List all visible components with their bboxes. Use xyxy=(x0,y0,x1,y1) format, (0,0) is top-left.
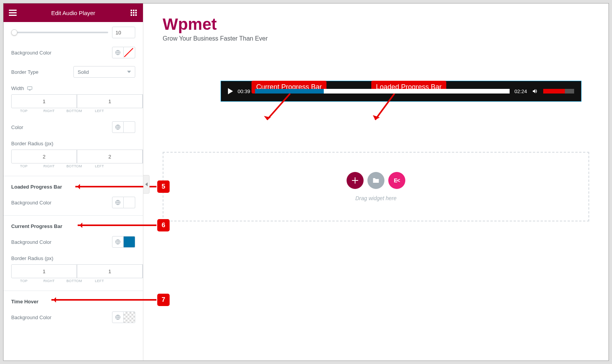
add-widget-button[interactable] xyxy=(347,172,364,189)
cradius-top-input[interactable] xyxy=(11,264,77,278)
border-type-label: Border Type xyxy=(11,69,39,75)
width-right-input[interactable] xyxy=(77,94,143,108)
size-slider[interactable] xyxy=(11,32,108,33)
preview-canvas: Wpmet Grow Your Business Faster Than Eve… xyxy=(143,3,609,361)
bg-color-label: Background Color xyxy=(11,50,51,56)
loaded-bg-row: Background Color xyxy=(3,193,143,212)
divider xyxy=(3,176,143,176)
editor-sidebar: Edit Audio Player Background Color Borde… xyxy=(3,3,143,361)
radius-right-input[interactable] xyxy=(77,150,143,163)
globe-icon[interactable] xyxy=(112,121,124,133)
annotation-badge-7: 7 xyxy=(157,294,170,306)
border-radius-inputs xyxy=(3,148,143,164)
folder-button[interactable] xyxy=(367,172,384,189)
elementskit-button[interactable]: E< xyxy=(388,172,405,189)
time-total: 02:24 xyxy=(514,88,527,94)
sidebar-title: Edit Audio Player xyxy=(51,10,95,16)
progress-track[interactable] xyxy=(255,89,510,94)
time-current: 00:39 xyxy=(238,88,250,94)
brand-tagline: Grow Your Business Faster Than Ever xyxy=(163,35,589,42)
drop-hint-text: Drag widget here xyxy=(171,195,581,201)
app-frame: Edit Audio Player Background Color Borde… xyxy=(3,3,609,361)
current-color-swatch[interactable] xyxy=(124,236,135,248)
sidebar-header: Edit Audio Player xyxy=(3,3,143,22)
collapse-sidebar-button[interactable] xyxy=(143,175,150,194)
divider xyxy=(3,291,143,291)
color-swatch-empty[interactable] xyxy=(124,121,135,133)
volume-fill xyxy=(543,89,565,94)
width-label: Width xyxy=(11,85,24,91)
cradius-bottom-input[interactable] xyxy=(143,264,143,278)
width-bottom-input[interactable] xyxy=(143,94,143,108)
size-input[interactable] xyxy=(112,27,135,38)
color-swatch-none[interactable] xyxy=(124,47,135,58)
brand-title: Wpmet xyxy=(163,15,589,34)
annotation-badge-5: 5 xyxy=(157,180,170,193)
apps-icon[interactable] xyxy=(129,8,138,17)
width-top-input[interactable] xyxy=(11,94,77,108)
svg-line-6 xyxy=(267,94,290,120)
current-radius-inputs xyxy=(3,263,143,279)
border-type-select[interactable]: Solid xyxy=(73,66,135,78)
timehover-color-swatch[interactable] xyxy=(124,311,135,323)
radius-dim-labels: TOP RIGHT BOTTOM LEFT xyxy=(3,164,143,173)
width-label-row: Width xyxy=(3,82,143,93)
svg-rect-1 xyxy=(27,87,32,89)
volume-icon[interactable] xyxy=(532,88,539,94)
border-type-row: Border Type Solid xyxy=(3,62,143,82)
annotation-badge-6: 6 xyxy=(157,219,170,231)
radius-bottom-input[interactable] xyxy=(143,150,143,163)
time-hover-section: Time Hover xyxy=(3,294,143,308)
size-slider-row xyxy=(3,22,143,43)
globe-icon[interactable] xyxy=(112,47,124,58)
timehover-bg-row: Background Color xyxy=(3,308,143,327)
drop-icons: E< xyxy=(171,172,581,189)
current-radius-label-row: Border Radius (px) xyxy=(3,252,143,263)
globe-icon[interactable] xyxy=(112,311,124,323)
annotation-arrow-6 xyxy=(78,225,156,226)
annotation-arrow-7 xyxy=(51,299,156,301)
cradius-right-input[interactable] xyxy=(77,264,143,278)
border-type-value: Solid xyxy=(78,69,89,75)
border-radius-label-row: Border Radius (px) xyxy=(3,137,143,148)
bg-color-row: Background Color xyxy=(3,43,143,62)
width-dim-labels: TOP RIGHT BOTTOM LEFT xyxy=(3,109,143,117)
arrow-annotation xyxy=(263,94,294,124)
loaded-color-swatch[interactable] xyxy=(124,197,135,208)
color-label: Color xyxy=(11,124,23,130)
menu-icon[interactable] xyxy=(8,8,17,17)
globe-icon[interactable] xyxy=(112,236,124,248)
divider xyxy=(3,215,143,216)
desktop-icon xyxy=(27,86,32,91)
globe-icon[interactable] xyxy=(112,197,124,208)
radius-top-input[interactable] xyxy=(11,150,77,163)
svg-line-8 xyxy=(375,94,394,120)
progress-current xyxy=(255,89,324,94)
play-button[interactable] xyxy=(228,88,233,94)
width-inputs xyxy=(3,93,143,109)
volume-slider[interactable] xyxy=(543,89,574,94)
current-radius-dim-labels: TOP RIGHT BOTTOM LEFT xyxy=(3,279,143,287)
current-bg-row: Background Color xyxy=(3,232,143,252)
panel-body: Background Color Border Type Solid Width xyxy=(3,22,143,361)
bg-color-control xyxy=(112,47,135,58)
arrow-annotation xyxy=(371,94,402,124)
widget-drop-zone[interactable]: E< Drag widget here xyxy=(163,152,589,221)
slider-thumb[interactable] xyxy=(11,29,17,36)
color-row: Color xyxy=(3,117,143,137)
